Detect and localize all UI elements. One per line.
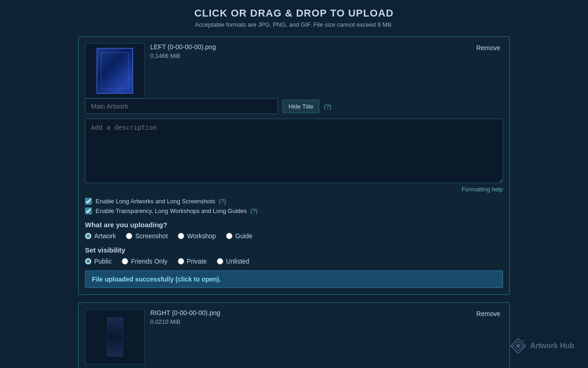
radio-input-vis-unlisted[interactable]: [217, 258, 223, 264]
file-info-row-2: RIGHT (0-00-00-00).png 0.0210 MiB Remove: [85, 309, 503, 364]
radio-label-workshop: Workshop: [187, 232, 216, 240]
hide-title-help[interactable]: (?): [324, 103, 331, 110]
radio-label-artwork: Artwork: [94, 232, 116, 240]
success-banner[interactable]: File uploaded successfully (click to ope…: [85, 270, 503, 288]
hide-title-button[interactable]: Hide Title: [283, 100, 319, 113]
long-workshops-label: Enable Transparency, Long Workshops and …: [96, 207, 247, 214]
radio-upload-type-artwork[interactable]: Artwork: [85, 232, 116, 240]
title-input[interactable]: [85, 98, 278, 114]
radio-upload-type-screenshot[interactable]: Screenshot: [126, 232, 168, 240]
radio-label-screenshot: Screenshot: [135, 232, 168, 240]
file-thumbnail-2: [85, 309, 145, 364]
upload-header: CLICK OR DRAG & DROP TO UPLOAD Acceptabl…: [0, 0, 588, 36]
file-meta-2: RIGHT (0-00-00-00).png 0.0210 MiB: [145, 309, 474, 325]
svg-point-2: [516, 344, 520, 348]
file-size-2: 0.0210 MiB: [150, 318, 474, 325]
title-row: Hide Title (?): [85, 98, 503, 114]
svg-point-4: [523, 345, 525, 347]
radio-visibility-unlisted[interactable]: Unlisted: [217, 258, 249, 265]
formatting-help-row: Formatting help: [85, 183, 503, 198]
file-meta-1: LEFT (0-00-00-00).png 0.1466 MiB: [145, 43, 474, 59]
radio-label-guide: Guide: [235, 232, 252, 240]
radio-input-screenshot[interactable]: [126, 233, 132, 239]
thumbnail-image-right: [107, 317, 123, 356]
long-artworks-checkbox[interactable]: [85, 198, 92, 205]
upload-card-2: RIGHT (0-00-00-00).png 0.0210 MiB Remove: [78, 302, 510, 368]
remove-button-2[interactable]: Remove: [474, 309, 503, 318]
radio-label-vis-friends-only: Friends Only: [131, 258, 167, 265]
svg-point-5: [523, 339, 525, 341]
visibility-title: Set visibility: [85, 246, 503, 254]
remove-button-1[interactable]: Remove: [474, 43, 503, 52]
upload-card-1: LEFT (0-00-00-00).png 0.1466 MiB Remove …: [78, 36, 510, 295]
long-artworks-label: Enable Long Artworks and Long Screenshot…: [96, 198, 215, 205]
file-info-row: LEFT (0-00-00-00).png 0.1466 MiB Remove: [85, 43, 503, 98]
upload-type-group: ArtworkScreenshotWorkshopGuide: [85, 232, 503, 240]
checkbox-row-1: Enable Long Artworks and Long Screenshot…: [85, 198, 503, 205]
radio-visibility-public[interactable]: Public: [85, 258, 112, 265]
long-workshops-checkbox[interactable]: [85, 207, 92, 214]
file-thumbnail-1: [85, 43, 145, 98]
radio-visibility-friends-only[interactable]: Friends Only: [122, 258, 167, 265]
radio-label-vis-public: Public: [94, 258, 112, 265]
checkbox-row-2: Enable Transparency, Long Workshops and …: [85, 207, 503, 214]
radio-upload-type-workshop[interactable]: Workshop: [178, 232, 216, 240]
artwork-hub-logo: [510, 338, 526, 354]
radio-label-vis-unlisted: Unlisted: [226, 258, 249, 265]
long-workshops-help[interactable]: (?): [250, 207, 258, 214]
radio-input-artwork[interactable]: [85, 233, 91, 239]
description-textarea[interactable]: [85, 119, 503, 183]
thumbnail-image-left: [96, 48, 133, 94]
watermark-text: Artwork Hub: [530, 342, 574, 350]
upload-subtitle: Acceptable formats are JPG, PNG, and GIF…: [9, 21, 579, 28]
long-artworks-help[interactable]: (?): [219, 198, 226, 205]
visibility-group: PublicFriends OnlyPrivateUnlisted: [85, 258, 503, 265]
radio-upload-type-guide[interactable]: Guide: [226, 232, 252, 240]
radio-label-vis-private: Private: [187, 258, 207, 265]
radio-input-vis-private[interactable]: [178, 258, 184, 264]
svg-point-3: [511, 345, 513, 347]
radio-input-vis-public[interactable]: [85, 258, 91, 264]
radio-input-workshop[interactable]: [178, 233, 184, 239]
formatting-help-link[interactable]: Formatting help: [462, 186, 503, 193]
file-name-1: LEFT (0-00-00-00).png: [150, 43, 474, 51]
file-size-1: 0.1466 MiB: [150, 52, 474, 59]
upload-type-title: What are you uploading?: [85, 221, 503, 229]
watermark: Artwork Hub: [510, 338, 574, 354]
upload-title: CLICK OR DRAG & DROP TO UPLOAD: [9, 7, 579, 19]
radio-visibility-private[interactable]: Private: [178, 258, 207, 265]
radio-input-vis-friends-only[interactable]: [122, 258, 128, 264]
radio-input-guide[interactable]: [226, 233, 232, 239]
file-name-2: RIGHT (0-00-00-00).png: [150, 309, 474, 316]
